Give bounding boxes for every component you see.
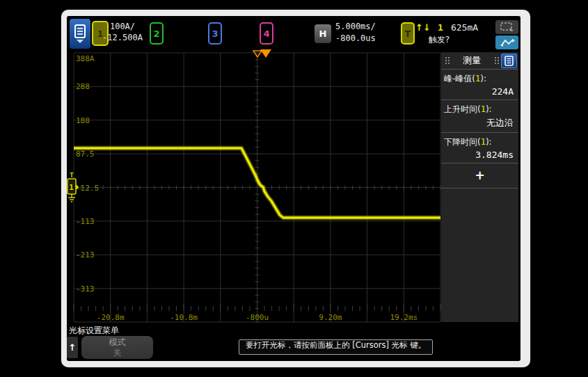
- menu-back-button[interactable]: ↑: [67, 337, 78, 358]
- measurement-panel: 测量 峰-峰值(1): 224A 上升时间(1): 无边沿: [441, 52, 518, 322]
- mode-label: 模式: [109, 337, 126, 348]
- zoom-region-button[interactable]: [495, 20, 518, 34]
- svg-text:288: 288: [76, 82, 90, 91]
- waveform-search-icon: [500, 38, 515, 47]
- trigger-level: 625mA: [451, 22, 478, 33]
- timebase-scale: 5.000ms/: [335, 21, 376, 33]
- measurement-row[interactable]: 峰-峰值(1): 224A: [441, 70, 518, 100]
- measurement-value: 无边沿: [441, 115, 518, 132]
- horizontal-button[interactable]: H: [315, 24, 331, 43]
- channel-3-button[interactable]: 3: [208, 22, 222, 45]
- main-menu-button[interactable]: [70, 19, 90, 49]
- measurement-value: 224A: [441, 85, 518, 99]
- svg-text:388A: 388A: [76, 54, 95, 63]
- chevron-down-icon: [77, 40, 84, 43]
- ground-symbol-icon: [68, 194, 75, 202]
- svg-text:-313: -313: [76, 284, 95, 294]
- svg-text:19.2ms: 19.2ms: [390, 313, 418, 322]
- svg-text:-213: -213: [76, 250, 95, 259]
- mode-value: 关: [113, 348, 122, 358]
- svg-text:87.5: 87.5: [76, 150, 95, 159]
- horizontal-readout: 5.000ms/ -800.0us: [335, 21, 376, 45]
- trigger-slope-icon: ↑↓: [415, 22, 431, 33]
- drag-grip-icon: [494, 56, 499, 65]
- ground-arrow-icon: [76, 184, 79, 190]
- trigger-level-letter: T: [70, 172, 74, 179]
- svg-text:188: 188: [76, 116, 90, 125]
- channel-1-scale: 100A/: [100, 21, 145, 32]
- channel-ground-marker[interactable]: T 1: [67, 171, 79, 207]
- cursor-hint-message: 要打开光标，请按前面板上的 [Cursors] 光标 键。: [239, 339, 433, 355]
- trigger-source: 1: [438, 22, 443, 33]
- menu-list-icon: [74, 24, 86, 38]
- svg-text:-113: -113: [76, 217, 95, 226]
- selection-rect-icon: [500, 22, 514, 32]
- measurement-panel-title: 测量: [452, 54, 492, 67]
- measurement-panel-header[interactable]: 测量: [441, 52, 518, 70]
- svg-text:-20.8m: -20.8m: [97, 313, 125, 322]
- cursor-mode-softkey[interactable]: 模式 关: [81, 336, 153, 359]
- menu-list-icon: [504, 56, 514, 66]
- scope-grid[interactable]: 388A28818887.5-12.5-113-213-313-20.8m-10…: [74, 53, 440, 322]
- svg-text:9.20m: 9.20m: [319, 313, 342, 322]
- measurement-label: 峰-峰值(1):: [441, 72, 518, 85]
- trigger-position-marker-icon: [260, 49, 271, 58]
- scope-screen: 1 100A/ -12.500A 2 3 4 H 5.000ms/ -800.0…: [67, 16, 521, 361]
- trigger-status: 触发?: [415, 34, 463, 46]
- trigger-button[interactable]: T: [401, 22, 415, 45]
- measurement-row[interactable]: 下降时间(1): 3.824ms: [441, 133, 518, 163]
- scope-bezel: 1 100A/ -12.500A 2 3 4 H 5.000ms/ -800.0…: [61, 10, 530, 367]
- measurement-label: 下降时间(1):: [441, 135, 518, 148]
- measurement-menu-button[interactable]: [501, 54, 517, 68]
- svg-text:-800u: -800u: [246, 313, 269, 322]
- svg-text:-10.8m: -10.8m: [170, 313, 198, 322]
- measurement-row[interactable]: 上升时间(1): 无边沿: [441, 100, 518, 133]
- softkey-menu-title: 光标设置菜单: [69, 325, 119, 337]
- drag-grip-icon: [445, 56, 450, 65]
- ground-marker-channel: 1: [69, 183, 74, 192]
- channel-1-offset: -12.500A: [100, 32, 145, 43]
- measurement-value: 3.824ms: [441, 148, 518, 163]
- channel-1-readout: 100A/ -12.500A: [100, 21, 145, 43]
- search-waveform-button[interactable]: [495, 35, 518, 49]
- add-measurement-button[interactable]: +: [441, 163, 518, 188]
- channel-4-button[interactable]: 4: [260, 22, 273, 45]
- timebase-delay: -800.0us: [335, 33, 376, 45]
- channel-2-button[interactable]: 2: [150, 22, 164, 45]
- measurement-label: 上升时间(1):: [441, 102, 518, 115]
